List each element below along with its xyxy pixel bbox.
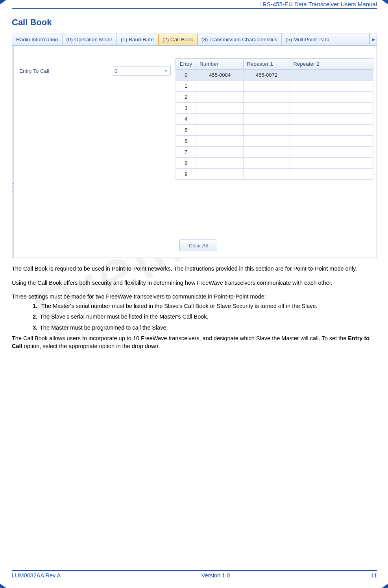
table-row[interactable]: 0455-0084455-0072 — [176, 70, 373, 81]
tabstrip: Radio Information (0) Operation Mode (1)… — [12, 33, 377, 46]
table-row[interactable]: 2 — [176, 92, 373, 103]
tab-call-book[interactable]: (2) Call Book — [158, 34, 198, 45]
cell-repeater2[interactable] — [290, 136, 373, 147]
section-title: Call Book — [12, 17, 377, 28]
cell-entry[interactable]: 3 — [176, 103, 196, 114]
cell-repeater2[interactable] — [290, 114, 373, 125]
table-row[interactable]: 5 — [176, 125, 373, 136]
cell-repeater1[interactable] — [244, 81, 290, 92]
table-row[interactable]: 3 — [176, 103, 373, 114]
cell-number[interactable] — [196, 169, 244, 180]
cell-number[interactable] — [196, 103, 244, 114]
callbook-table: Entry Number Repeater 1 Repeater 2 0455-… — [176, 58, 373, 180]
tab-radio-information[interactable]: Radio Information — [12, 33, 63, 45]
cell-number[interactable]: 455-0084 — [196, 70, 244, 81]
cell-number[interactable] — [196, 81, 244, 92]
cell-number[interactable] — [196, 136, 244, 147]
cell-repeater2[interactable] — [290, 147, 373, 158]
tab-baud-rate[interactable]: (1) Baud Rate — [117, 33, 158, 45]
table-row[interactable]: 8 — [176, 158, 373, 169]
footer-right: 11 — [371, 572, 377, 579]
cell-entry[interactable]: 8 — [176, 158, 196, 169]
entry-to-call-value: 0 — [115, 68, 117, 74]
cell-entry[interactable]: 5 — [176, 125, 196, 136]
side-gutter — [12, 46, 14, 258]
cell-number[interactable] — [196, 114, 244, 125]
cell-repeater1[interactable] — [244, 103, 290, 114]
table-row[interactable]: 1 — [176, 81, 373, 92]
gutter-grip-icon[interactable] — [12, 183, 13, 194]
cell-repeater2[interactable] — [290, 92, 373, 103]
cell-repeater2[interactable] — [290, 70, 373, 81]
cell-repeater2[interactable] — [290, 81, 373, 92]
cell-entry[interactable]: 7 — [176, 147, 196, 158]
paragraph-2: Using the Call Book offers both security… — [12, 279, 377, 287]
col-number: Number — [196, 59, 244, 70]
cell-number[interactable] — [196, 92, 244, 103]
cell-repeater1[interactable] — [244, 147, 290, 158]
settings-item-3: The Master must be programmed to call th… — [37, 324, 377, 332]
cell-repeater2[interactable] — [290, 158, 373, 169]
footer-center: Version 1.0 — [201, 572, 230, 579]
doc-header: LRS-455-EU Data Transceiver Users Manual — [12, 1, 377, 9]
table-row[interactable]: 4 — [176, 114, 373, 125]
page-footer: LUM0032AA Rev A Version 1.0 11 — [12, 570, 377, 579]
cell-entry[interactable]: 4 — [176, 114, 196, 125]
cell-number[interactable] — [196, 158, 244, 169]
cell-entry[interactable]: 2 — [176, 92, 196, 103]
entry-to-call-dropdown[interactable]: 0 ▼ — [112, 66, 171, 76]
cell-repeater1[interactable] — [244, 92, 290, 103]
table-row[interactable]: 6 — [176, 136, 373, 147]
cell-entry[interactable]: 0 — [176, 70, 196, 81]
cell-entry[interactable]: 1 — [176, 81, 196, 92]
paragraph-1: The Call Book is required to be used in … — [12, 265, 377, 273]
table-row[interactable]: 9 — [176, 169, 373, 180]
footer-left: LUM0032AA Rev A — [12, 572, 61, 579]
chevron-down-icon: ▼ — [164, 69, 168, 73]
clear-all-button[interactable]: Clear All — [179, 240, 217, 251]
tab-scroll-right-icon[interactable]: ▶ — [370, 33, 377, 45]
cell-number[interactable] — [196, 147, 244, 158]
cell-repeater1[interactable]: 455-0072 — [244, 70, 290, 81]
cell-number[interactable] — [196, 125, 244, 136]
cell-repeater1[interactable] — [244, 114, 290, 125]
col-entry: Entry — [176, 59, 196, 70]
col-repeater2: Repeater 2 — [290, 59, 373, 70]
cell-repeater2[interactable] — [290, 125, 373, 136]
cell-repeater1[interactable] — [244, 169, 290, 180]
col-repeater1: Repeater 1 — [244, 59, 290, 70]
paragraph-4: The Call Book allows users to incorporat… — [12, 335, 377, 350]
cell-entry[interactable]: 6 — [176, 136, 196, 147]
cell-repeater1[interactable] — [244, 136, 290, 147]
tab-multipoint-para[interactable]: (5) MultiPoint Para — [282, 33, 370, 45]
tab-transmission-characteristics[interactable]: (3) Transmission Characteristics — [198, 33, 282, 45]
paragraph-3-intro: Three settings must be made for two Free… — [12, 293, 377, 301]
cell-repeater2[interactable] — [290, 103, 373, 114]
settings-item-2: The Slave's serial number must be listed… — [37, 313, 377, 321]
cell-repeater2[interactable] — [290, 169, 373, 180]
table-row[interactable]: 7 — [176, 147, 373, 158]
tab-operation-mode[interactable]: (0) Operation Mode — [63, 33, 117, 45]
cell-repeater1[interactable] — [244, 158, 290, 169]
app-screenshot: Radio Information (0) Operation Mode (1)… — [12, 33, 377, 258]
entry-to-call-label: Entry To Call — [19, 68, 112, 74]
settings-list: The Master's serial number must be liste… — [12, 302, 377, 332]
cell-entry[interactable]: 9 — [176, 169, 196, 180]
cell-repeater1[interactable] — [244, 125, 290, 136]
settings-item-1: The Master's serial number must be liste… — [37, 302, 377, 310]
